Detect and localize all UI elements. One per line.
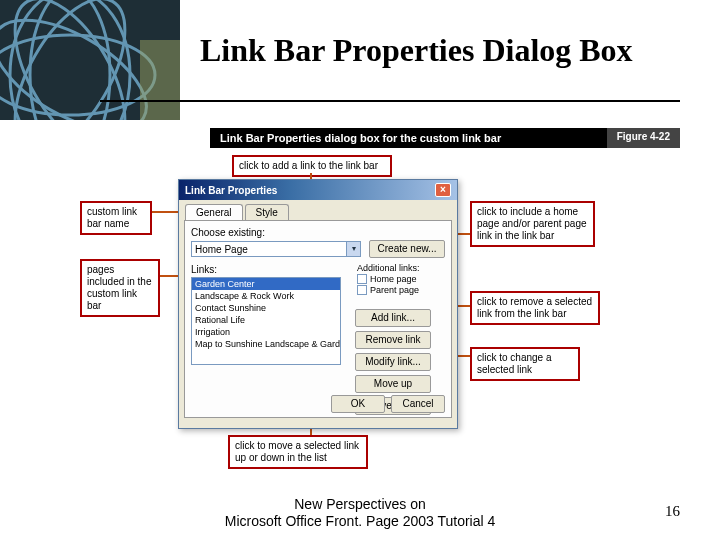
choose-existing-label: Choose existing: xyxy=(191,227,445,238)
dialog-title-text: Link Bar Properties xyxy=(185,185,277,196)
dialog-tabs: General Style xyxy=(179,200,457,220)
link-bar-name-input[interactable] xyxy=(191,241,347,257)
figure-caption-bar: Link Bar Properties dialog box for the c… xyxy=(80,128,680,148)
figure-number-tag: Figure 4-22 xyxy=(607,128,680,148)
tab-general[interactable]: General xyxy=(185,204,243,220)
figure-caption-text: Link Bar Properties dialog box for the c… xyxy=(80,132,501,144)
list-item[interactable]: Irrigation xyxy=(192,326,340,338)
slide-header: Link Bar Properties Dialog Box xyxy=(0,0,720,120)
slide-title: Link Bar Properties Dialog Box xyxy=(200,32,633,69)
slide-footer: New Perspectives on Microsoft Office Fro… xyxy=(0,496,720,530)
ok-button[interactable]: OK xyxy=(331,395,385,413)
footer-line1: New Perspectives on xyxy=(225,496,496,513)
cancel-button[interactable]: Cancel xyxy=(391,395,445,413)
svg-rect-7 xyxy=(140,40,180,120)
chevron-down-icon[interactable]: ▾ xyxy=(347,241,361,257)
footer-line2: Microsoft Office Front. Page 2003 Tutori… xyxy=(225,513,496,530)
list-item[interactable]: Landscape & Rock Work xyxy=(192,290,340,302)
callout-custom-name: custom link bar name xyxy=(80,201,152,235)
close-icon[interactable]: × xyxy=(435,183,451,197)
page-number: 16 xyxy=(665,503,680,520)
parent-page-label: Parent page xyxy=(370,285,419,295)
modify-link-button[interactable]: Modify link... xyxy=(355,353,431,371)
dialog-titlebar: Link Bar Properties × xyxy=(179,180,457,200)
title-rule xyxy=(100,100,680,102)
callout-pages-included: pages included in the custom link bar xyxy=(80,259,160,317)
list-item[interactable]: Contact Sunshine xyxy=(192,302,340,314)
create-new-button[interactable]: Create new... xyxy=(369,240,445,258)
move-up-button[interactable]: Move up xyxy=(355,375,431,393)
callout-change-link: click to change a selected link xyxy=(470,347,580,381)
links-listbox[interactable]: Garden Center Landscape & Rock Work Cont… xyxy=(191,277,341,365)
tab-style[interactable]: Style xyxy=(245,204,289,220)
callout-add-link: click to add a link to the link bar xyxy=(232,155,392,177)
dialog-body: Choose existing: ▾ Create new... Links: … xyxy=(184,220,452,418)
figure-area: click to add a link to the link bar cust… xyxy=(80,155,680,455)
additional-links-label: Additional links: xyxy=(357,263,453,273)
callout-include-home-parent: click to include a home page and/or pare… xyxy=(470,201,595,247)
remove-link-button[interactable]: Remove link xyxy=(355,331,431,349)
list-item[interactable]: Rational Life xyxy=(192,314,340,326)
home-page-label: Home page xyxy=(370,274,417,284)
callout-remove-link: click to remove a selected link from the… xyxy=(470,291,600,325)
parent-page-checkbox[interactable] xyxy=(357,285,367,295)
home-page-checkbox[interactable] xyxy=(357,274,367,284)
callout-move-link: click to move a selected link up or down… xyxy=(228,435,368,469)
list-item[interactable]: Garden Center xyxy=(192,278,340,290)
list-item[interactable]: Map to Sunshine Landscape & Garden Cen xyxy=(192,338,340,350)
link-bar-properties-dialog: Link Bar Properties × General Style Choo… xyxy=(178,179,458,429)
decorative-sphere-image xyxy=(0,0,180,120)
add-link-button[interactable]: Add link... xyxy=(355,309,431,327)
